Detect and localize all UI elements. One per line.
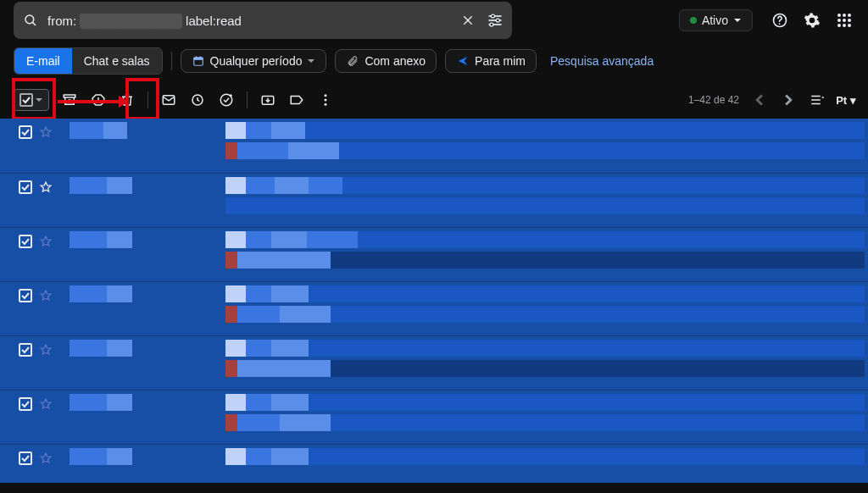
gear-icon[interactable]: [802, 10, 822, 30]
pager-range: 1–42 de 42: [688, 94, 739, 106]
status-pill[interactable]: Ativo: [679, 9, 753, 31]
star-icon[interactable]: [39, 289, 53, 302]
mark-unread-icon[interactable]: [160, 91, 177, 108]
calendar-icon: [192, 54, 205, 68]
chip-label: Com anexo: [364, 54, 426, 68]
header-row: from: ███████████ label:read Ativo: [0, 0, 868, 41]
star-icon[interactable]: [39, 180, 53, 194]
density-icon[interactable]: [809, 91, 826, 108]
star-icon[interactable]: [39, 451, 53, 465]
message-row[interactable]: [0, 444, 868, 483]
search-bar[interactable]: from: ███████████ label:read: [14, 2, 512, 39]
chip-to-me[interactable]: Para mim: [445, 49, 537, 73]
svg-rect-37: [811, 96, 821, 97]
status-label: Ativo: [702, 14, 728, 27]
svg-line-1: [32, 22, 36, 25]
svg-point-35: [325, 99, 327, 102]
svg-point-16: [843, 19, 846, 22]
apps-grid-icon[interactable]: [834, 10, 854, 30]
svg-point-19: [843, 24, 846, 27]
more-icon[interactable]: [317, 91, 334, 108]
row-checkbox[interactable]: [19, 289, 32, 302]
message-row[interactable]: [0, 119, 868, 173]
search-suffix: label:read: [186, 14, 242, 28]
svg-point-0: [25, 15, 34, 24]
search-redacted: ███████████: [80, 14, 182, 28]
chip-any-time[interactable]: Qualquer período: [181, 49, 327, 73]
message-row[interactable]: [0, 390, 868, 444]
row-checkbox[interactable]: [19, 235, 32, 248]
tab-group: E-mail Chat e salas: [14, 47, 163, 75]
star-icon[interactable]: [39, 397, 53, 411]
svg-rect-22: [193, 58, 203, 60]
clear-search-icon[interactable]: [458, 14, 478, 27]
header-icons: [763, 10, 854, 30]
svg-point-12: [837, 14, 841, 17]
search-prefix: from:: [47, 14, 76, 28]
svg-point-5: [492, 14, 495, 18]
labels-icon[interactable]: [288, 91, 305, 108]
svg-point-13: [843, 14, 846, 17]
to-me-icon: [456, 54, 470, 68]
search-query: from: ███████████ label:read: [41, 14, 458, 28]
chevron-down-icon: [35, 96, 43, 104]
svg-point-36: [325, 103, 327, 106]
message-list: [0, 119, 868, 483]
status-dot-icon: [690, 17, 697, 24]
star-icon[interactable]: [39, 235, 53, 248]
search-icon: [20, 13, 41, 28]
advanced-search-link[interactable]: Pesquisa avançada: [545, 54, 654, 68]
next-page-icon[interactable]: [780, 91, 797, 108]
svg-point-18: [837, 24, 841, 27]
row-checkbox[interactable]: [19, 125, 32, 139]
message-row[interactable]: [0, 281, 868, 335]
svg-point-11: [779, 23, 781, 25]
svg-point-14: [848, 14, 851, 17]
annotation-arrow: [58, 100, 127, 103]
star-icon[interactable]: [39, 125, 53, 139]
svg-point-9: [490, 23, 493, 26]
chip-label: Qualquer período: [210, 54, 303, 68]
toolbar: 1–42 de 42 Pt ▾: [0, 81, 868, 119]
chip-has-attachment[interactable]: Com anexo: [335, 49, 437, 73]
star-icon[interactable]: [39, 343, 53, 357]
tab-chat[interactable]: Chat e salas: [72, 48, 162, 74]
svg-point-20: [848, 24, 851, 27]
message-row[interactable]: [0, 173, 868, 227]
row-checkbox[interactable]: [19, 451, 32, 465]
svg-point-7: [496, 19, 499, 22]
filter-row: E-mail Chat e salas Qualquer período Com…: [0, 41, 868, 81]
search-options-icon[interactable]: [485, 12, 505, 29]
message-row[interactable]: [0, 227, 868, 281]
select-all-checkbox[interactable]: [14, 89, 49, 111]
move-to-icon[interactable]: [259, 91, 276, 108]
help-icon[interactable]: [770, 10, 790, 30]
svg-rect-38: [811, 99, 821, 101]
tab-email[interactable]: E-mail: [14, 48, 72, 74]
prev-page-icon[interactable]: [751, 91, 768, 108]
add-task-icon[interactable]: [218, 91, 235, 108]
svg-point-15: [837, 19, 841, 22]
chevron-down-icon: [733, 16, 742, 25]
svg-point-34: [325, 94, 327, 97]
divider: [171, 52, 172, 70]
row-checkbox[interactable]: [19, 180, 32, 194]
input-tools-icon[interactable]: Pt ▾: [837, 91, 854, 108]
snooze-icon[interactable]: [189, 91, 206, 108]
chevron-down-icon: [307, 57, 315, 65]
row-checkbox[interactable]: [19, 397, 32, 411]
svg-point-17: [848, 19, 851, 22]
chip-label: Para mim: [475, 54, 526, 68]
svg-rect-39: [811, 103, 821, 105]
row-checkbox[interactable]: [19, 343, 32, 357]
attachment-icon: [346, 54, 359, 68]
message-row[interactable]: [0, 335, 868, 390]
svg-rect-25: [64, 95, 75, 97]
